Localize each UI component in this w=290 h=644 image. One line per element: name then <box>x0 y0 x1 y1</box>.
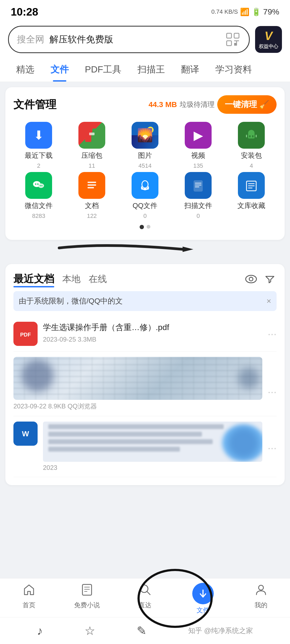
doc-meta-pdf: 2023-09-25 3.3MB <box>43 336 262 343</box>
svg-rect-34 <box>195 185 201 185</box>
tab-study[interactable]: 学习资料 <box>207 57 260 82</box>
notice-close-button[interactable]: × <box>266 297 271 306</box>
mine-nav-icon <box>254 583 268 599</box>
recent-tab-online[interactable]: 在线 <box>89 273 107 285</box>
nav-home[interactable]: 首页 <box>0 583 58 614</box>
tab-scan[interactable]: 扫描王 <box>129 57 173 82</box>
file-nav-label: 文件 <box>197 606 209 614</box>
pdf-doc-icon: PDF <box>13 322 38 346</box>
doc-date-pdf: 2023-09-25 <box>43 336 76 343</box>
image-label: 图片 <box>138 151 152 160</box>
svg-rect-24 <box>88 182 96 183</box>
word-doc-icon: W <box>13 422 38 446</box>
file-item-qq[interactable]: QQ文件 0 <box>120 172 170 219</box>
file-item-download[interactable]: ⬇ 最近下载 2 <box>13 122 64 169</box>
arrow-svg <box>54 237 215 259</box>
svg-rect-38 <box>248 183 255 184</box>
arrow-annotation <box>0 243 290 259</box>
svg-point-29 <box>142 181 148 188</box>
doc-size-preview: 8.9KB <box>48 402 66 410</box>
tab-pdf[interactable]: PDF工具 <box>77 57 129 82</box>
svg-point-55 <box>259 585 263 590</box>
scan-label: 扫描文件 <box>184 201 212 210</box>
svg-line-53 <box>147 591 150 595</box>
svg-point-19 <box>37 184 39 185</box>
scan-icon[interactable] <box>225 31 241 47</box>
signal-icon: 📶 <box>240 8 249 16</box>
svg-rect-14 <box>246 135 247 137</box>
tab-selected[interactable]: 精选 <box>8 57 42 82</box>
notice-text: 由于系统限制，微信/QQ中的文 <box>19 296 123 306</box>
file-item-scan[interactable]: 扫描文件 0 <box>173 172 223 219</box>
nav-file[interactable]: 文件 <box>174 583 232 614</box>
doc-item-preview[interactable]: 2023-09-22 8.9KB QQ浏览器 ··· <box>13 352 277 416</box>
dot-active <box>140 225 144 229</box>
battery-icon: 🔋 <box>252 8 261 16</box>
file-item-wechat[interactable]: 微信文件 8283 <box>13 172 64 219</box>
doc-label: 文档 <box>85 201 99 210</box>
svg-rect-48 <box>82 584 92 595</box>
video-count: 135 <box>193 162 203 169</box>
tabs-container: 精选 文件 PDF工具 扫描王 翻译 学习资料 <box>0 57 290 82</box>
doc-app-preview: QQ浏览器 <box>68 402 97 410</box>
clean-button[interactable]: 一键清理 🧹 <box>217 95 277 114</box>
file-item-apk[interactable]: 安装包 4 <box>226 122 277 169</box>
nav-direct[interactable]: 直达 <box>116 583 174 614</box>
recent-docs-section: 最近文档 本地 在线 由于系统限制，微信/QQ中的文 × PDF 学生选课操作手… <box>5 264 285 485</box>
doc-more-word[interactable]: ··· <box>268 442 277 454</box>
apk-label: 安装包 <box>241 151 262 160</box>
edit-icon[interactable]: ✎ <box>137 624 147 638</box>
apk-count: 4 <box>250 162 253 169</box>
direct-nav-icon <box>138 583 152 599</box>
svg-rect-40 <box>248 188 252 188</box>
direct-nav-label: 直达 <box>139 601 151 609</box>
filter-icon[interactable] <box>263 272 277 286</box>
music-icon[interactable]: ♪ <box>37 624 43 638</box>
search-bar-container: 搜全网 解压软件免费版 V 权益中心 <box>0 21 290 57</box>
notice-bar: 由于系统限制，微信/QQ中的文 × <box>13 291 277 311</box>
svg-point-43 <box>249 277 253 281</box>
nav-mine[interactable]: 我的 <box>232 583 290 614</box>
search-bar[interactable]: 搜全网 解压软件免费版 <box>8 26 250 53</box>
star-icon[interactable]: ☆ <box>85 624 95 638</box>
image-count: 4514 <box>139 162 152 169</box>
svg-rect-12 <box>249 135 251 137</box>
status-icons: 0.74 KB/S 📶 🔋 79% <box>211 7 279 16</box>
doc-item-pdf[interactable]: PDF 学生选课操作手册（含重…修）.pdf 2023-09-25 3.3MB … <box>13 316 277 352</box>
svg-rect-13 <box>252 135 253 137</box>
file-item-video[interactable]: ▶ 视频 135 <box>173 122 223 169</box>
word-preview <box>43 422 262 462</box>
trash-label: 垃圾待清理 <box>180 100 215 109</box>
qq-label: QQ文件 <box>133 201 157 210</box>
svg-point-42 <box>246 275 256 283</box>
svg-point-22 <box>41 185 42 186</box>
doc-more-preview[interactable]: ··· <box>268 386 277 398</box>
svg-rect-25 <box>88 184 96 186</box>
status-time: 10:28 <box>11 6 38 18</box>
eye-icon[interactable] <box>244 272 258 286</box>
search-input-display[interactable]: 搜全网 解压软件免费版 <box>17 33 220 46</box>
library-icon <box>238 172 265 199</box>
search-query: 解压软件免费版 <box>49 34 113 44</box>
vip-label: 权益中心 <box>259 43 278 50</box>
file-item-library[interactable]: 文库收藏 <box>226 172 277 219</box>
doc-more-pdf[interactable]: ··· <box>268 328 277 340</box>
status-bar: 10:28 0.74 KB/S 📶 🔋 79% <box>0 0 290 21</box>
clean-btn-label: 一键清理 <box>225 99 257 110</box>
doc-item-word[interactable]: W 2023 ··· <box>13 416 277 477</box>
novel-nav-label: 免费小说 <box>74 601 100 609</box>
svg-rect-5 <box>234 43 237 46</box>
file-item-archive[interactable]: 压缩包 11 <box>67 122 117 169</box>
svg-rect-1 <box>234 33 239 38</box>
novel-nav-icon <box>80 583 94 599</box>
recent-docs-header: 最近文档 本地 在线 <box>13 272 277 286</box>
file-item-image[interactable]: 🌄 图片 4514 <box>120 122 170 169</box>
tab-file[interactable]: 文件 <box>42 57 77 82</box>
recent-tab-local[interactable]: 本地 <box>62 273 81 285</box>
file-item-doc[interactable]: 文档 122 <box>67 172 117 219</box>
nav-novel[interactable]: 免费小说 <box>58 583 116 614</box>
pagination-dots <box>13 225 277 229</box>
dot-inactive <box>147 225 150 229</box>
tab-translate[interactable]: 翻译 <box>173 57 207 82</box>
vip-button[interactable]: V 权益中心 <box>255 26 282 53</box>
